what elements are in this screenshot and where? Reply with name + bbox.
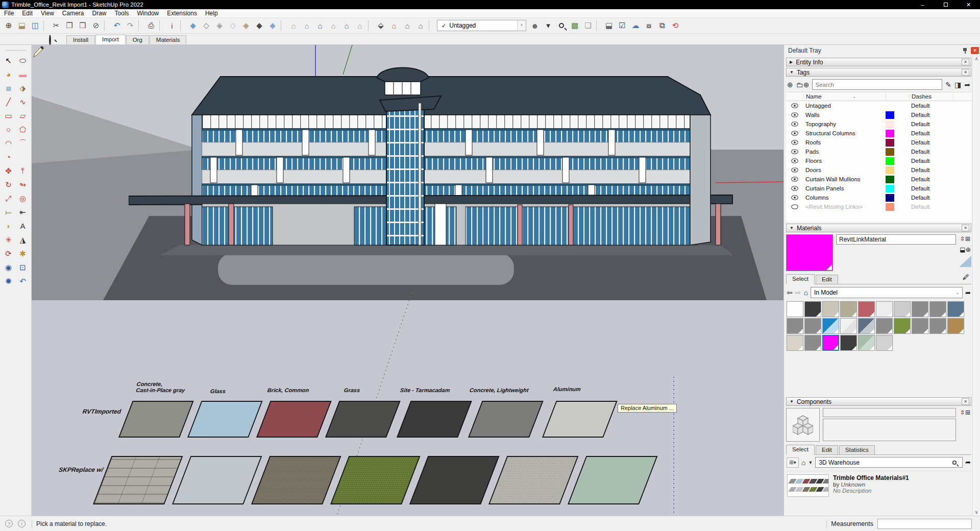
tag-color-swatch[interactable] <box>886 130 894 137</box>
material-swatch[interactable] <box>947 318 964 334</box>
material-swatch[interactable] <box>912 301 928 317</box>
entity-info-close-button[interactable]: ✕ <box>962 59 969 65</box>
component-description-field[interactable] <box>823 419 956 441</box>
pages-button[interactable]: ❏ <box>581 19 595 32</box>
zoom-tool[interactable]: ◉ <box>2 260 16 274</box>
extension-tab[interactable]: Org <box>126 35 149 44</box>
open-button[interactable]: ⬓ <box>15 19 29 32</box>
offset-tool[interactable]: ◎ <box>16 191 30 205</box>
orbit-tool[interactable]: ⟳ <box>2 247 16 260</box>
separator[interactable] <box>43 19 48 32</box>
section-plane-button[interactable]: ⬙ <box>374 19 387 32</box>
tags-search-input[interactable] <box>812 79 942 90</box>
material-swatch[interactable] <box>822 301 839 317</box>
toolbar-drag-handle[interactable] <box>6 50 26 51</box>
tag-row[interactable]: Roofs Default ✎ <box>786 138 971 147</box>
save-button[interactable]: ◫ <box>29 19 42 32</box>
menu-item[interactable]: Tools <box>111 9 133 17</box>
tag-tool[interactable]: ⬗ <box>16 81 30 95</box>
minimize-button[interactable]: – <box>911 0 934 9</box>
visibility-eye-icon[interactable] <box>786 131 803 136</box>
visibility-eye-icon[interactable] <box>786 177 803 182</box>
separator[interactable] <box>180 19 185 32</box>
material-swatch[interactable] <box>804 318 821 334</box>
active-tag-dropdown[interactable]: ✓ Untagged ᵛ <box>437 20 526 31</box>
entity-info-header[interactable]: ▶ Entity Info ✕ <box>786 58 971 66</box>
tag-color-swatch[interactable] <box>886 166 894 174</box>
visibility-eye-icon[interactable] <box>786 186 803 191</box>
tags-detail-arrow-icon[interactable]: ➦ <box>964 81 970 89</box>
warehouse-download-button[interactable]: ⧇ <box>642 19 655 32</box>
print-button[interactable]: ⎙ <box>144 19 158 32</box>
eraser-tool[interactable]: ▬ <box>16 67 30 81</box>
make-component-tool[interactable]: ⧈ <box>2 81 16 95</box>
component-list-item[interactable]: Trimble Office Materials#1 by Unknown No… <box>786 471 971 497</box>
rotated-rectangle-tool[interactable]: ▱ <box>16 109 30 123</box>
push-pull-tool[interactable]: ⤒ <box>16 164 30 178</box>
tag-dashes-value[interactable]: Default <box>909 130 953 136</box>
select-check-button[interactable]: ☑ <box>616 19 629 32</box>
freehand-tool[interactable]: ∿ <box>16 95 30 109</box>
material-swatch[interactable] <box>929 318 946 334</box>
components-close-button[interactable]: ✕ <box>962 398 969 405</box>
follow-me-tool[interactable]: ↬ <box>16 178 30 191</box>
materials-collection-dropdown[interactable]: In Model ⌄ <box>811 287 963 298</box>
tag-dashes-value[interactable]: Default <box>909 158 953 164</box>
components-tab-statistics[interactable]: Statistics <box>839 445 875 454</box>
measurements-input[interactable] <box>877 519 972 529</box>
style-wireframe-button[interactable]: ◈ <box>213 19 226 32</box>
style-back-edges-button[interactable]: ◇ <box>200 19 213 32</box>
restore-button[interactable] <box>934 0 957 9</box>
tag-row[interactable]: Untagged Default ✎ <box>786 101 971 110</box>
create-material-button[interactable]: ⬓⊕ <box>961 245 970 254</box>
face-me-dropdown[interactable]: ▾ <box>542 19 555 32</box>
erase-button[interactable]: ⊘ <box>89 19 103 32</box>
view-left-button[interactable]: ⌂ <box>353 19 366 32</box>
scale-tool[interactable]: ⤢ <box>2 191 16 205</box>
material-swatch[interactable] <box>822 318 839 334</box>
tag-row[interactable]: Pads Default ✎ <box>786 147 971 156</box>
purge-tags-icon[interactable]: ◨ <box>954 81 961 89</box>
arc-tool[interactable]: ◠ <box>2 136 16 150</box>
close-button[interactable]: ✕ <box>957 0 980 9</box>
separator[interactable] <box>138 19 143 32</box>
extension-tab[interactable]: Import <box>95 35 126 44</box>
material-swatch[interactable] <box>876 318 893 334</box>
visibility-eye-icon[interactable] <box>786 204 803 209</box>
pin-icon[interactable] <box>962 48 968 54</box>
separator[interactable] <box>429 19 433 32</box>
materials-tab-edit[interactable]: Edit <box>816 275 838 284</box>
tags-close-button[interactable]: ✕ <box>962 69 969 76</box>
material-swatch[interactable] <box>858 335 875 351</box>
dimension-tool[interactable]: ⇤ <box>16 205 30 219</box>
material-name-input[interactable] <box>836 234 956 245</box>
view-right-button[interactable]: ⌂ <box>327 19 340 32</box>
geolocation-status-icon[interactable]: ? <box>5 520 13 527</box>
tag-row[interactable]: Curtain Wall Mullions Default ✎ <box>786 175 971 184</box>
section-cuts-button[interactable]: ⌂ <box>401 19 414 32</box>
components-search-input[interactable]: 3D Warehouse <box>815 457 963 468</box>
3d-text-tool[interactable]: ◮ <box>16 233 30 247</box>
visibility-eye-icon[interactable] <box>786 112 803 117</box>
separator[interactable] <box>596 19 601 32</box>
material-swatch[interactable] <box>912 318 928 334</box>
protractor-tool[interactable]: ◗ <box>2 219 16 233</box>
tag-dashes-value[interactable]: Default <box>909 121 953 127</box>
components-tab-select[interactable]: Select <box>786 445 815 455</box>
cut-button[interactable]: ✂ <box>50 19 63 32</box>
view-options-button[interactable]: ⊞▾ <box>787 457 799 468</box>
move-tool[interactable]: ✥ <box>2 164 16 178</box>
material-swatch[interactable] <box>894 301 911 317</box>
tray-scrollbar[interactable]: ∧ ∨ <box>972 55 980 516</box>
rotate-tool[interactable]: ↻ <box>2 178 16 191</box>
tag-color-swatch[interactable] <box>886 157 894 165</box>
polygon-tool[interactable]: ⬠ <box>16 123 30 136</box>
component-name-field[interactable] <box>823 408 956 417</box>
tag-color-swatch[interactable] <box>886 176 894 183</box>
visibility-eye-icon[interactable] <box>786 149 803 154</box>
material-swatch[interactable] <box>787 301 803 317</box>
edit-tag-icon[interactable]: ✎ <box>945 81 951 89</box>
menu-item[interactable]: Camera <box>58 9 88 17</box>
zoom-tool-button[interactable] <box>555 19 568 32</box>
forward-arrow-button[interactable]: ⇨ <box>795 288 801 297</box>
